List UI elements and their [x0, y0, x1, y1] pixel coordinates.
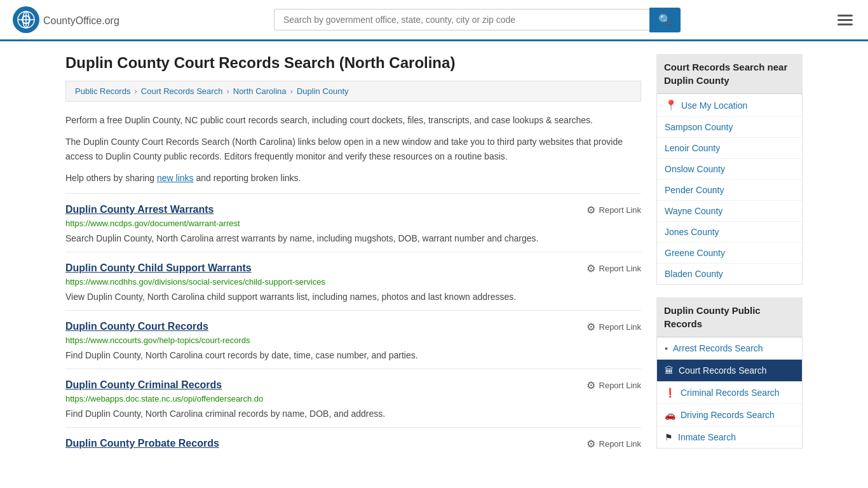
court-icon: 🏛: [665, 365, 674, 376]
report-text: Report Link: [599, 205, 641, 215]
bc-sep-3: ›: [290, 86, 293, 96]
result-item: Duplin County Criminal Records ⚙ Report …: [65, 369, 641, 427]
nearby-bladen[interactable]: Bladen County: [657, 264, 802, 284]
report-link[interactable]: ⚙ Report Link: [587, 438, 641, 450]
nearby-onslow[interactable]: Onslow County: [657, 159, 802, 180]
result-header: Duplin County Probate Records ⚙ Report L…: [65, 438, 641, 450]
result-desc: Find Duplin County, North Carolina crimi…: [65, 407, 641, 421]
result-item: Duplin County Court Records ⚙ Report Lin…: [65, 310, 641, 369]
result-desc: Search Duplin County, North Carolina arr…: [65, 232, 641, 245]
result-desc: Find Duplin County, North Carolina court…: [65, 349, 641, 362]
breadcrumb-duplin-county[interactable]: Duplin County: [297, 86, 349, 96]
nearby-lenoir[interactable]: Lenoir County: [657, 138, 802, 159]
result-header: Duplin County Child Support Warrants ⚙ R…: [65, 262, 641, 274]
report-link[interactable]: ⚙ Report Link: [587, 379, 641, 391]
driving-icon: 🚗: [665, 410, 675, 420]
inmate-icon: ⚑: [665, 432, 673, 442]
result-title[interactable]: Duplin County Arrest Warrants: [65, 204, 214, 215]
new-links-link[interactable]: new links: [157, 173, 194, 183]
report-text: Report Link: [599, 322, 641, 332]
result-header: Duplin County Arrest Warrants ⚙ Report L…: [65, 204, 641, 216]
arrest-icon: ▪: [665, 343, 668, 353]
search-button[interactable]: 🔍: [649, 8, 681, 32]
result-url: https://webapps.doc.state.nc.us/opi/offe…: [65, 394, 641, 403]
report-link[interactable]: ⚙ Report Link: [587, 204, 641, 216]
result-item: Duplin County Arrest Warrants ⚙ Report L…: [65, 193, 641, 252]
nearby-sampson[interactable]: Sampson County: [657, 117, 802, 138]
bc-sep-1: ›: [134, 86, 137, 96]
result-item: Duplin County Child Support Warrants ⚙ R…: [65, 252, 641, 310]
location-pin-icon: 📍: [665, 99, 677, 111]
nearby-wayne[interactable]: Wayne County: [657, 201, 802, 222]
pub-court-records[interactable]: 🏛 Court Records Search: [657, 360, 802, 382]
pub-criminal-records[interactable]: ❗ Criminal Records Search: [657, 382, 802, 404]
search-input[interactable]: [274, 9, 649, 30]
logo-icon: [13, 6, 39, 33]
logo-area: CountyOffice.org: [13, 6, 119, 33]
result-item: Duplin County Probate Records ⚙ Report L…: [65, 427, 641, 456]
result-title[interactable]: Duplin County Probate Records: [65, 438, 219, 449]
report-icon: ⚙: [587, 321, 595, 333]
desc-para-2: The Duplin County Court Records Search (…: [65, 135, 641, 163]
public-records-section: Duplin County Public Records ▪ Arrest Re…: [656, 297, 803, 449]
search-area: 🔍: [274, 8, 681, 32]
pub-inmate-search[interactable]: ⚑ Inmate Search: [657, 426, 802, 448]
result-header: Duplin County Criminal Records ⚙ Report …: [65, 379, 641, 391]
use-location-link[interactable]: Use My Location: [681, 100, 747, 111]
result-title[interactable]: Duplin County Child Support Warrants: [65, 262, 252, 274]
nearby-heading: Court Records Search near Duplin County: [656, 54, 803, 94]
desc-para-1: Perform a free Duplin County, NC public …: [65, 113, 641, 127]
report-link[interactable]: ⚙ Report Link: [587, 321, 641, 333]
logo-suffix: .org: [102, 15, 119, 26]
nearby-pender[interactable]: Pender County: [657, 180, 802, 201]
menu-icon[interactable]: [835, 12, 855, 28]
sidebar: Court Records Search near Duplin County …: [656, 54, 803, 461]
pub-driving-records[interactable]: 🚗 Driving Records Search: [657, 404, 802, 426]
nearby-section: Court Records Search near Duplin County …: [656, 54, 803, 285]
result-title[interactable]: Duplin County Court Records: [65, 321, 208, 332]
desc-para-3: Help others by sharing new links and rep…: [65, 171, 641, 185]
result-desc: View Duplin County, North Carolina child…: [65, 290, 641, 304]
menu-bar-3: [837, 24, 853, 25]
nearby-greene[interactable]: Greene County: [657, 243, 802, 264]
logo-brand: CountyOffice: [43, 15, 102, 26]
main-content: Duplin County Court Records Search (Nort…: [65, 54, 641, 461]
report-icon: ⚙: [587, 379, 595, 391]
menu-bar-2: [837, 19, 853, 21]
report-text: Report Link: [599, 264, 641, 273]
nearby-jones[interactable]: Jones County: [657, 222, 802, 243]
report-link[interactable]: ⚙ Report Link: [587, 262, 641, 274]
menu-bar-1: [837, 15, 853, 17]
desc-para-3-pre: Help others by sharing: [65, 173, 157, 183]
report-text: Report Link: [599, 381, 641, 390]
breadcrumb-north-carolina[interactable]: North Carolina: [233, 86, 287, 96]
logo-text: CountyOffice.org: [43, 13, 119, 27]
public-records-list: ▪ Arrest Records Search 🏛 Court Records …: [656, 337, 803, 449]
result-url: https://www.ncdps.gov/document/warrant-a…: [65, 219, 641, 228]
pub-arrest-records[interactable]: ▪ Arrest Records Search: [657, 337, 802, 360]
result-url: https://www.nccourts.gov/help-topics/cou…: [65, 336, 641, 345]
result-header: Duplin County Court Records ⚙ Report Lin…: [65, 321, 641, 333]
criminal-icon: ❗: [665, 388, 675, 398]
breadcrumb-public-records[interactable]: Public Records: [75, 86, 130, 96]
result-url: https://www.ncdhhs.gov/divisions/social-…: [65, 277, 641, 287]
public-records-heading: Duplin County Public Records: [656, 297, 803, 337]
use-location-item[interactable]: 📍 Use My Location: [657, 94, 802, 117]
results-list: Duplin County Arrest Warrants ⚙ Report L…: [65, 193, 641, 456]
page-title: Duplin County Court Records Search (Nort…: [65, 54, 641, 72]
bc-sep-2: ›: [226, 86, 229, 96]
nearby-list: 📍 Use My Location Sampson County Lenoir …: [656, 94, 803, 285]
report-icon: ⚙: [587, 204, 595, 216]
breadcrumb-court-records[interactable]: Court Records Search: [141, 86, 223, 96]
report-text: Report Link: [599, 439, 641, 449]
result-title[interactable]: Duplin County Criminal Records: [65, 379, 222, 391]
report-icon: ⚙: [587, 262, 595, 274]
report-icon: ⚙: [587, 438, 595, 450]
breadcrumb: Public Records › Court Records Search › …: [65, 81, 641, 102]
desc-para-3-post: and reporting broken links.: [194, 173, 301, 183]
